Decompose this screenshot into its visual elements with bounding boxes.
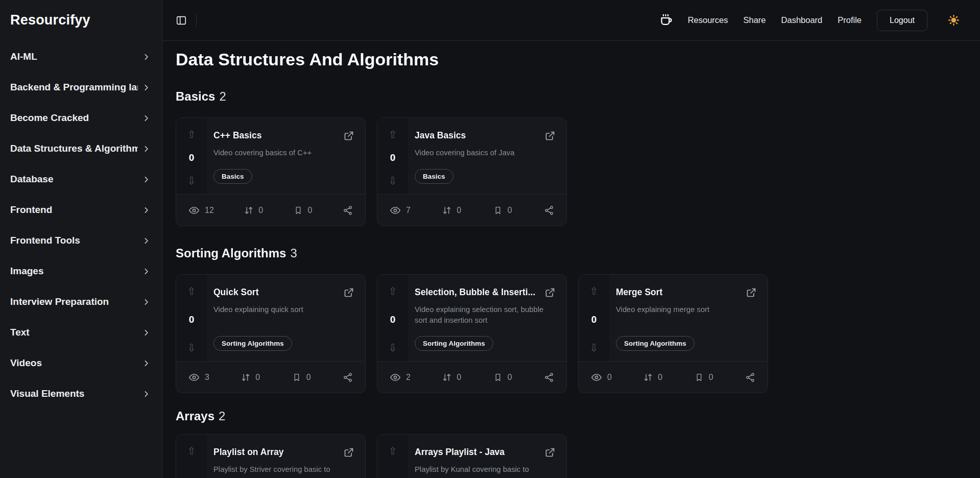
category-badge[interactable]: Sorting Algorithms [415, 336, 493, 351]
chevron-right-icon [142, 83, 151, 92]
card-description: Video explaining quick sort [213, 304, 354, 336]
views-count: 2 [406, 373, 411, 382]
share-icon[interactable] [544, 205, 554, 216]
bookmark-stat[interactable]: 0 [493, 373, 512, 382]
vote-column: ⇧ 0 ⇩ [176, 118, 207, 194]
upvote-icon[interactable]: ⇧ [187, 286, 196, 296]
sidebar-item-database[interactable]: Database [10, 164, 151, 195]
sidebar-item-videos[interactable]: Videos [10, 348, 151, 378]
category-badge[interactable]: Basics [415, 169, 453, 184]
sidebar-item-text[interactable]: Text [10, 317, 151, 348]
category-badge[interactable]: Sorting Algorithms [616, 336, 695, 351]
external-link-icon[interactable] [545, 131, 555, 141]
card-title[interactable]: Merge Sort [616, 287, 741, 298]
external-link-icon[interactable] [344, 447, 354, 458]
downvote-icon[interactable]: ⇩ [187, 343, 196, 353]
chevron-right-icon [142, 328, 151, 337]
sidebar-item-interview-preparation[interactable]: Interview Preparation [10, 286, 151, 317]
section-count: 3 [290, 246, 297, 260]
logout-button[interactable]: Logout [877, 10, 927, 31]
bookmark-stat[interactable]: 0 [292, 373, 311, 382]
up-down-arrows-icon [643, 373, 653, 382]
sidebar-item-frontend[interactable]: Frontend [10, 195, 151, 225]
views-count: 3 [205, 373, 209, 382]
upvote-icon[interactable]: ⇧ [590, 286, 599, 296]
sidebar-item-label: Backend & Programming lan... [10, 82, 138, 93]
theme-toggle-button[interactable] [948, 14, 960, 26]
external-link-icon[interactable] [545, 288, 555, 298]
external-link-icon[interactable] [545, 447, 555, 458]
category-badge[interactable]: Sorting Algorithms [213, 336, 292, 351]
card-title[interactable]: C++ Basics [213, 130, 339, 141]
resource-card: ⇧ 0 ⇩ C++ Basics Video covering basics o… [176, 117, 366, 226]
share-icon[interactable] [745, 372, 755, 383]
sidebar-item-frontend-tools[interactable]: Frontend Tools [10, 225, 151, 256]
vote-column: ⇧ 0 ⇩ [377, 118, 408, 194]
section-sorting-algorithms: Sorting Algorithms3 ⇧ 0 ⇩ Quick Sort Vid… [176, 246, 967, 393]
sidebar-toggle-button[interactable] [176, 15, 187, 26]
external-link-icon[interactable] [344, 131, 354, 141]
chevron-right-icon [142, 298, 151, 306]
bookmark-count: 0 [709, 373, 713, 382]
sidebar-item-ai-ml[interactable]: AI-ML [10, 41, 151, 72]
chevron-right-icon [142, 145, 151, 153]
page-title: Data Structures And Algorithms [176, 49, 967, 69]
chevron-right-icon [142, 236, 151, 245]
card-title[interactable]: Quick Sort [213, 287, 339, 298]
upvote-icon[interactable]: ⇧ [389, 446, 397, 456]
section-name: Sorting Algorithms [176, 246, 286, 260]
card-title[interactable]: Playlist on Array [213, 447, 339, 458]
nav-link-share[interactable]: Share [744, 15, 766, 25]
downvote-icon[interactable]: ⇩ [389, 343, 397, 353]
resource-card: ⇧ 0 ⇩ Selection, Bubble & Inserti... Vid… [377, 274, 567, 393]
sidebar-item-label: Visual Elements [10, 388, 84, 399]
share-icon[interactable] [343, 205, 353, 216]
sidebar-item-label: Interview Preparation [10, 296, 109, 307]
downvote-icon[interactable]: ⇩ [590, 343, 599, 353]
coffee-icon [659, 13, 673, 27]
bookmark-stat[interactable]: 0 [695, 373, 713, 382]
card-description: Playlist by Striver covering basic to [213, 464, 354, 478]
share-icon[interactable] [343, 372, 353, 383]
upvote-icon[interactable]: ⇧ [187, 446, 196, 456]
nav-link-resources[interactable]: Resources [688, 15, 728, 25]
sidebar-nav: AI-ML Backend & Programming lan... Becom… [10, 41, 151, 409]
category-badge[interactable]: Basics [213, 169, 252, 184]
downvote-icon[interactable]: ⇩ [187, 176, 196, 186]
sidebar-item-data-structures-algorithms[interactable]: Data Structures & Algorithms [10, 133, 151, 164]
external-link-icon[interactable] [746, 288, 756, 298]
vote-column: ⇧ 0 ⇩ [176, 275, 207, 361]
upvote-icon[interactable]: ⇧ [389, 129, 397, 139]
section-heading: Basics2 [176, 89, 967, 104]
card-footer: 2 0 0 [377, 361, 566, 393]
card-title[interactable]: Selection, Bubble & Inserti... [415, 287, 540, 298]
bookmark-stat[interactable]: 0 [493, 206, 512, 215]
section-basics: Basics2 ⇧ 0 ⇩ C++ Basics Video covering … [176, 89, 967, 226]
sidebar-item-backend-programming[interactable]: Backend & Programming lan... [10, 72, 151, 103]
card-title[interactable]: Java Basics [415, 130, 540, 141]
card-title[interactable]: Arrays Playlist - Java [415, 447, 540, 458]
external-link-icon[interactable] [344, 288, 354, 298]
votes-stat: 0 [241, 373, 260, 382]
bookmark-stat[interactable]: 0 [294, 206, 313, 215]
card-grid: ⇧ 0 ⇩ C++ Basics Video covering basics o… [176, 117, 967, 226]
bookmark-count: 0 [308, 206, 313, 215]
sidebar-item-become-cracked[interactable]: Become Cracked [10, 103, 151, 133]
vote-count: 0 [189, 152, 195, 163]
card-description: Video explaining merge sort [616, 304, 756, 336]
buy-coffee-button[interactable] [659, 13, 673, 27]
nav-link-dashboard[interactable]: Dashboard [781, 15, 823, 25]
vote-column: ⇧ 0 ⇩ [579, 275, 609, 361]
sidebar-item-images[interactable]: Images [10, 256, 151, 286]
card-description: Video explaining selection sort, bubble … [415, 304, 555, 336]
downvote-icon[interactable]: ⇩ [389, 176, 397, 186]
share-icon[interactable] [544, 372, 554, 383]
bookmark-icon [493, 373, 503, 382]
sidebar-item-label: Become Cracked [10, 112, 89, 124]
nav-link-profile[interactable]: Profile [838, 15, 862, 25]
sidebar-item-visual-elements[interactable]: Visual Elements [10, 378, 151, 409]
main-content: Data Structures And Algorithms Basics2 ⇧… [162, 41, 980, 478]
upvote-icon[interactable]: ⇧ [389, 286, 397, 296]
upvote-icon[interactable]: ⇧ [187, 129, 196, 139]
views-count: 7 [406, 206, 411, 215]
